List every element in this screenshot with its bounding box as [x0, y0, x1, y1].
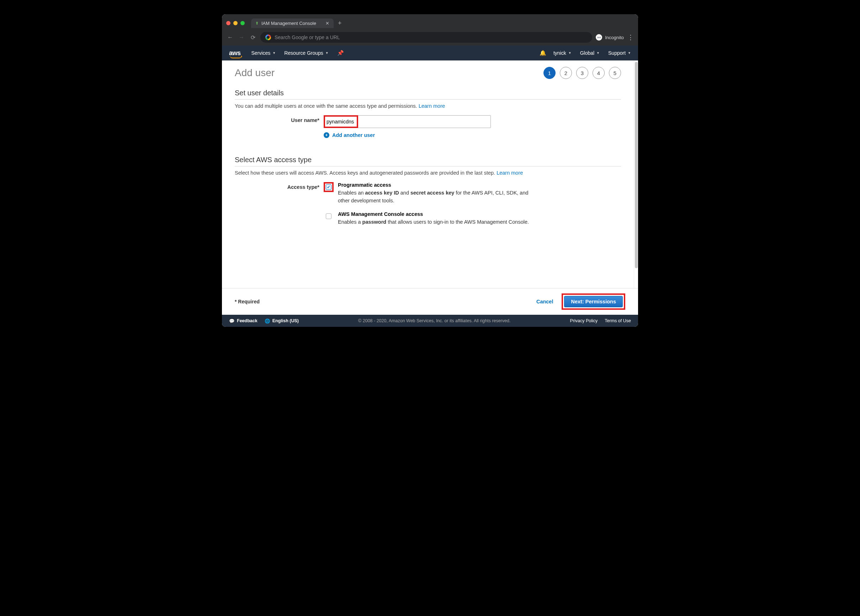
- chat-icon: 💬: [229, 318, 235, 324]
- browser-tab[interactable]: ⬆ IAM Management Console ✕: [251, 19, 334, 28]
- chevron-down-icon: ▼: [568, 51, 571, 55]
- aws-logo[interactable]: aws: [229, 49, 241, 57]
- chevron-down-icon: ▼: [596, 51, 599, 55]
- copyright-text: © 2008 - 2020, Amazon Web Services, Inc.…: [306, 318, 563, 323]
- access-type-label: Access type*: [235, 182, 324, 226]
- wizard-step-2[interactable]: 2: [560, 67, 572, 79]
- pin-icon[interactable]: 📌: [337, 50, 344, 56]
- close-window-icon[interactable]: [226, 21, 231, 25]
- feedback-link[interactable]: 💬Feedback: [229, 318, 257, 324]
- next-permissions-button[interactable]: Next: Permissions: [564, 296, 623, 307]
- address-placeholder: Search Google or type a URL: [275, 34, 340, 40]
- terms-link[interactable]: Terms of Use: [605, 318, 631, 323]
- username-label: User name*: [235, 115, 324, 128]
- scrollbar[interactable]: [634, 60, 638, 288]
- address-bar[interactable]: Search Google or type a URL: [261, 32, 592, 43]
- cancel-button[interactable]: Cancel: [536, 299, 553, 304]
- back-icon[interactable]: ←: [226, 34, 234, 41]
- learn-more-link[interactable]: Learn more: [496, 170, 523, 176]
- wizard-steps: 1 2 3 4 5: [543, 67, 621, 79]
- divider: [235, 166, 621, 166]
- reload-icon[interactable]: ⟳: [249, 34, 257, 41]
- chevron-down-icon: ▼: [325, 51, 329, 55]
- globe-icon: 🌐: [265, 318, 270, 324]
- minimize-window-icon[interactable]: [233, 21, 238, 25]
- console-access-checkbox[interactable]: [326, 213, 331, 219]
- add-another-user-link[interactable]: + Add another user: [324, 132, 375, 138]
- section-access-type-desc: Select how these users will access AWS. …: [235, 170, 621, 176]
- services-menu[interactable]: Services▼: [251, 50, 276, 56]
- new-tab-button[interactable]: +: [338, 20, 342, 27]
- section-user-details-heading: Set user details: [235, 89, 621, 97]
- wizard-step-5[interactable]: 5: [609, 67, 621, 79]
- google-icon: [265, 34, 271, 40]
- console-access-title: AWS Management Console access: [338, 211, 537, 217]
- incognito-icon: 👓: [596, 34, 602, 41]
- console-access-desc: Enables a password that allows users to …: [338, 218, 537, 226]
- section-user-details-desc: You can add multiple users at once with …: [235, 103, 621, 109]
- wizard-step-3[interactable]: 3: [576, 67, 588, 79]
- page-title: Add user: [235, 67, 275, 78]
- incognito-badge: 👓 Incognito: [596, 34, 624, 41]
- browser-menu-icon[interactable]: ⋮: [628, 33, 634, 41]
- support-menu[interactable]: Support▼: [608, 50, 631, 56]
- region-menu[interactable]: Global▼: [580, 50, 599, 56]
- username-input[interactable]: [326, 118, 356, 126]
- programmatic-access-desc: Enables an access key ID and secret acce…: [338, 189, 537, 205]
- section-access-type-heading: Select AWS access type: [235, 156, 621, 164]
- resource-groups-menu[interactable]: Resource Groups▼: [284, 50, 329, 56]
- learn-more-link[interactable]: Learn more: [419, 103, 445, 109]
- required-note: * Required: [235, 299, 260, 304]
- divider: [235, 99, 621, 100]
- programmatic-access-title: Programmatic access: [338, 182, 537, 188]
- account-menu[interactable]: tynick▼: [553, 50, 571, 56]
- window-controls[interactable]: [226, 21, 245, 25]
- plus-icon: +: [324, 132, 330, 138]
- chevron-down-icon: ▼: [272, 51, 276, 55]
- maximize-window-icon[interactable]: [240, 21, 245, 25]
- tab-title: IAM Management Console: [261, 20, 316, 26]
- forward-icon: →: [238, 34, 245, 41]
- language-selector[interactable]: 🌐English (US): [265, 318, 299, 324]
- chevron-down-icon: ▼: [628, 51, 631, 55]
- notifications-icon[interactable]: 🔔: [540, 50, 546, 56]
- programmatic-access-checkbox[interactable]: ✓: [326, 184, 331, 190]
- privacy-link[interactable]: Privacy Policy: [570, 318, 598, 323]
- close-tab-icon[interactable]: ✕: [325, 20, 330, 26]
- wizard-step-1[interactable]: 1: [543, 67, 556, 79]
- favicon-icon: ⬆: [255, 21, 259, 26]
- wizard-step-4[interactable]: 4: [593, 67, 605, 79]
